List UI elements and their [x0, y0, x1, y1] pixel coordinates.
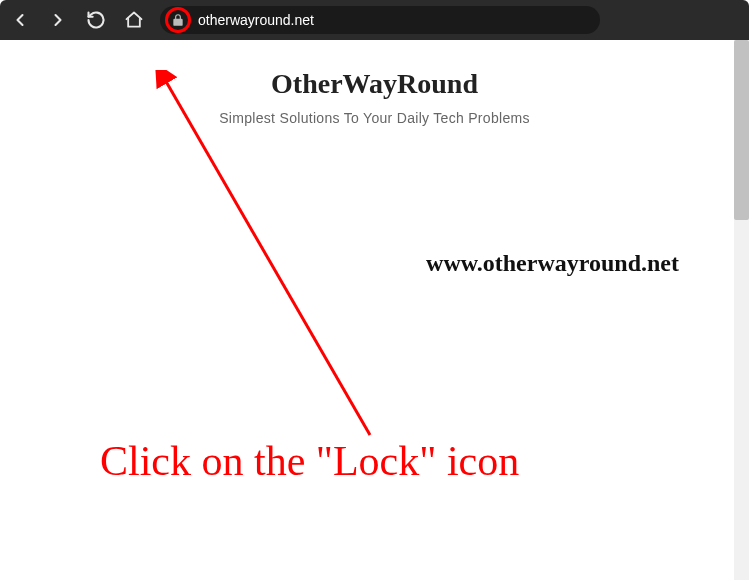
annotation-arrow	[140, 70, 420, 450]
watermark-text: www.otherwayround.net	[426, 250, 679, 277]
browser-toolbar: otherwayround.net	[0, 0, 749, 40]
scrollbar-thumb[interactable]	[734, 40, 749, 220]
annotation-instruction: Click on the "Lock" icon	[100, 437, 519, 485]
site-tagline: Simplest Solutions To Your Daily Tech Pr…	[0, 110, 749, 126]
site-title: OtherWayRound	[0, 68, 749, 100]
reload-button[interactable]	[84, 8, 108, 32]
scrollbar[interactable]	[734, 40, 749, 580]
address-bar[interactable]: otherwayround.net	[160, 6, 600, 34]
lock-icon-wrapper[interactable]	[166, 8, 190, 32]
svg-line-1	[164, 78, 370, 435]
back-button[interactable]	[8, 8, 32, 32]
forward-button[interactable]	[46, 8, 70, 32]
url-text: otherwayround.net	[198, 12, 314, 28]
page-content: OtherWayRound Simplest Solutions To Your…	[0, 40, 749, 580]
home-button[interactable]	[122, 8, 146, 32]
annotation-circle	[165, 7, 191, 33]
